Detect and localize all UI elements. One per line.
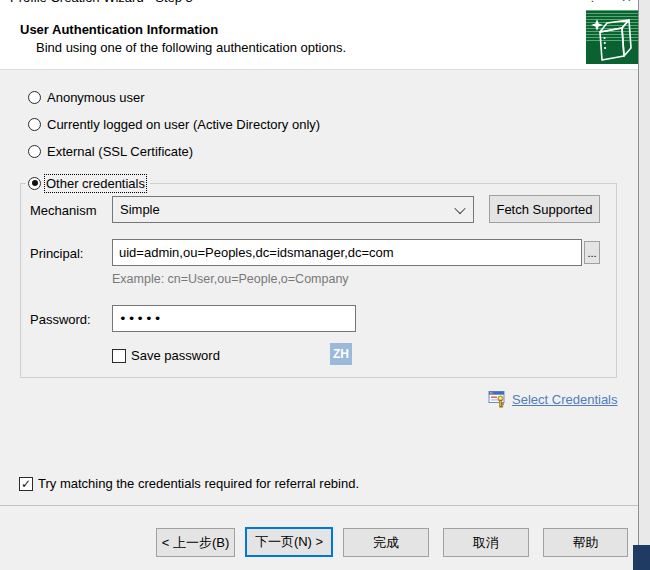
radio-label: External (SSL Certificate) [47, 144, 193, 159]
radio-label: Anonymous user [47, 90, 145, 105]
chevron-down-icon [454, 202, 465, 213]
radio-icon [28, 91, 41, 104]
window-help-icon[interactable]: ? [589, 0, 596, 5]
footer-separator [0, 505, 638, 506]
finish-button[interactable]: 完成 [343, 528, 429, 557]
key-window-icon [488, 389, 508, 410]
radio-option-external-ssl[interactable]: External (SSL Certificate) [28, 143, 193, 159]
save-password-checkbox[interactable]: Save password [112, 348, 220, 363]
next-button[interactable]: 下一页(N) > [245, 527, 333, 557]
principal-label: Principal: [30, 246, 83, 261]
window-title: Profile Creation Wizard - Step 3 [10, 0, 193, 5]
password-label: Password: [30, 312, 91, 327]
select-credentials-link[interactable]: Select Credentials [512, 392, 618, 407]
radio-icon [28, 118, 41, 131]
wizard-window: Profile Creation Wizard - Step 3 ? ✕ Use… [0, 0, 639, 570]
radio-label: Other credentials [46, 176, 145, 191]
radio-icon-selected [28, 177, 41, 190]
referral-rebind-checkbox[interactable]: ✓ Try matching the credentials required … [19, 476, 359, 491]
radio-option-anonymous-user[interactable]: Anonymous user [28, 89, 145, 105]
checkbox-icon-unchecked [112, 349, 126, 363]
radio-option-currently-logged-on[interactable]: Currently logged on user (Active Directo… [28, 116, 320, 132]
ime-language-badge: ZH [330, 343, 352, 365]
background-window-corner [633, 545, 650, 570]
browse-ellipsis-button[interactable]: ... [584, 241, 600, 264]
mechanism-select[interactable]: Simple [112, 196, 474, 223]
help-button[interactable]: 帮助 [543, 528, 628, 557]
mechanism-selected-value: Simple [120, 202, 160, 217]
wizard-header: User Authentication Information Bind usi… [0, 8, 638, 70]
page-title: User Authentication Information [20, 22, 218, 37]
principal-hint: Example: cn=User,ou=People,o=Company [112, 272, 349, 286]
checkmark-icon: ✓ [21, 478, 31, 490]
password-input[interactable] [112, 305, 356, 332]
directory-server-icon [586, 10, 638, 64]
principal-input[interactable] [112, 239, 582, 266]
fetch-supported-button[interactable]: Fetch Supported [489, 195, 600, 223]
mechanism-label: Mechanism [30, 203, 96, 218]
radio-label: Currently logged on user (Active Directo… [47, 117, 320, 132]
back-button[interactable]: < 上一步(B) [156, 528, 235, 557]
cancel-button[interactable]: 取消 [443, 528, 529, 557]
checkbox-label: Try matching the credentials required fo… [38, 476, 359, 491]
window-titlebar[interactable]: Profile Creation Wizard - Step 3 ? ✕ [0, 0, 638, 8]
window-close-icon[interactable]: ✕ [621, 0, 632, 5]
checkbox-label: Save password [131, 348, 220, 363]
page-subtitle: Bind using one of the following authenti… [36, 40, 346, 55]
checkbox-icon-checked: ✓ [19, 477, 33, 491]
radio-option-other-credentials[interactable]: Other credentials [26, 175, 150, 191]
radio-icon [28, 145, 41, 158]
